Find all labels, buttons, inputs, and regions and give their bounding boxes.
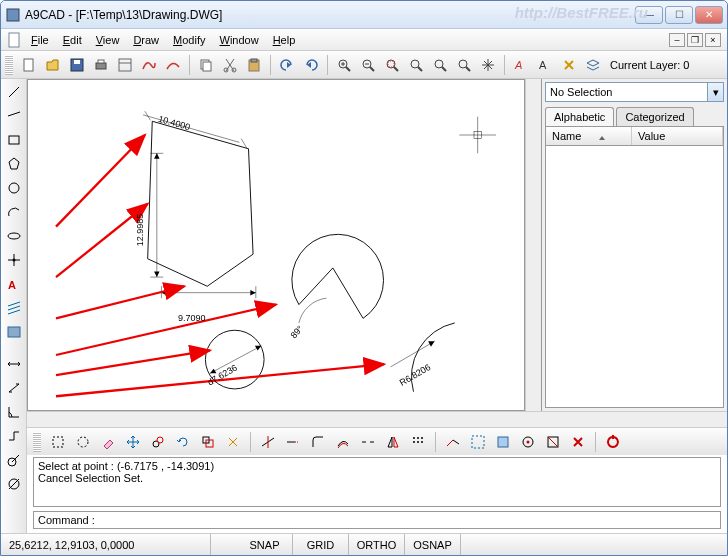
move-icon[interactable] — [122, 431, 144, 453]
zoom-in-icon[interactable] — [333, 54, 355, 76]
text-tool-icon[interactable]: A — [3, 273, 25, 295]
command-input[interactable]: Command : — [33, 511, 721, 529]
svg-rect-2 — [24, 59, 33, 71]
tab-categorized[interactable]: Categorized — [616, 107, 693, 126]
osnap-icon[interactable] — [602, 431, 624, 453]
paste-icon[interactable] — [243, 54, 265, 76]
zoom-window-icon[interactable] — [381, 54, 403, 76]
purge-icon[interactable] — [567, 431, 589, 453]
text-style-icon[interactable]: A — [510, 54, 532, 76]
dim-diameter-icon[interactable] — [3, 473, 25, 495]
redo-icon[interactable] — [300, 54, 322, 76]
circle-tool-icon[interactable] — [3, 177, 25, 199]
svg-point-93 — [527, 440, 530, 443]
tab-alphabetic[interactable]: Alphabetic — [545, 107, 614, 126]
offset-icon[interactable] — [332, 431, 354, 453]
break-icon[interactable] — [357, 431, 379, 453]
array-icon[interactable] — [407, 431, 429, 453]
canvas-hscroll[interactable] — [27, 411, 727, 427]
menu-edit[interactable]: Edit — [63, 34, 82, 46]
select-circle-icon[interactable] — [72, 431, 94, 453]
statusbar: 25,6212, 12,9103, 0,0000 SNAP GRID ORTHO… — [1, 533, 727, 555]
copy-obj-icon[interactable] — [147, 431, 169, 453]
mirror-icon[interactable] — [382, 431, 404, 453]
explode-icon[interactable] — [222, 431, 244, 453]
status-ortho[interactable]: ORTHO — [349, 534, 405, 555]
chevron-down-icon[interactable]: ▾ — [707, 83, 723, 101]
toolbar-grip[interactable] — [5, 55, 13, 75]
arc-tool-icon[interactable] — [3, 201, 25, 223]
options-icon[interactable] — [558, 54, 580, 76]
join-icon[interactable] — [442, 431, 464, 453]
svg-point-11 — [224, 68, 228, 72]
canvas-vscroll[interactable] — [525, 79, 541, 411]
polyline-tool-icon[interactable] — [138, 54, 160, 76]
rotate-icon[interactable] — [172, 431, 194, 453]
dimension-style-icon[interactable]: A — [534, 54, 556, 76]
mdi-minimize-button[interactable]: – — [669, 33, 685, 47]
point-tool-icon[interactable] — [3, 249, 25, 271]
trim-icon[interactable] — [257, 431, 279, 453]
line-tool-icon[interactable] — [3, 81, 25, 103]
hatch-tool-icon[interactable] — [3, 297, 25, 319]
svg-line-20 — [370, 67, 374, 71]
zoom-extents-icon[interactable] — [405, 54, 427, 76]
block-icon[interactable] — [492, 431, 514, 453]
dim-aligned-icon[interactable] — [3, 377, 25, 399]
open-file-icon[interactable] — [42, 54, 64, 76]
svg-point-82 — [413, 437, 415, 439]
erase-icon[interactable] — [97, 431, 119, 453]
polygon-tool-icon[interactable] — [3, 153, 25, 175]
select-rect-icon[interactable] — [47, 431, 69, 453]
dim-angular-icon[interactable] — [3, 401, 25, 423]
toolbar-grip[interactable] — [33, 432, 41, 452]
svg-line-34 — [8, 112, 20, 116]
save-icon[interactable] — [66, 54, 88, 76]
ellipse-tool-icon[interactable] — [3, 225, 25, 247]
new-file-icon[interactable] — [18, 54, 40, 76]
cut-icon[interactable] — [219, 54, 241, 76]
svg-line-89 — [453, 440, 459, 444]
zoom-out-icon[interactable] — [357, 54, 379, 76]
copy-icon[interactable] — [195, 54, 217, 76]
fillet-icon[interactable] — [307, 431, 329, 453]
mdi-close-button[interactable]: × — [705, 33, 721, 47]
close-button[interactable]: ✕ — [695, 6, 723, 24]
status-snap[interactable]: SNAP — [237, 534, 293, 555]
zoom-previous-icon[interactable] — [453, 54, 475, 76]
menu-modify[interactable]: Modify — [173, 34, 205, 46]
spline-tool-icon[interactable] — [162, 54, 184, 76]
dim-linear-icon[interactable] — [3, 353, 25, 375]
properties-icon[interactable] — [114, 54, 136, 76]
menu-file[interactable]: File — [31, 34, 49, 46]
scale-icon[interactable] — [197, 431, 219, 453]
menu-draw[interactable]: Draw — [133, 34, 159, 46]
rectangle-tool-icon[interactable] — [3, 129, 25, 151]
col-name[interactable]: Name — [546, 127, 632, 145]
svg-point-86 — [417, 441, 419, 443]
zoom-realtime-icon[interactable] — [429, 54, 451, 76]
ray-tool-icon[interactable] — [3, 105, 25, 127]
menu-window[interactable]: Window — [219, 34, 258, 46]
print-icon[interactable] — [90, 54, 112, 76]
match-props-icon[interactable] — [542, 431, 564, 453]
mdi-restore-button[interactable]: ❐ — [687, 33, 703, 47]
undo-icon[interactable] — [276, 54, 298, 76]
layers-icon[interactable] — [582, 54, 604, 76]
dim-ordinate-icon[interactable] — [3, 425, 25, 447]
pan-icon[interactable] — [477, 54, 499, 76]
extend-icon[interactable] — [282, 431, 304, 453]
menu-view[interactable]: View — [96, 34, 120, 46]
drawing-canvas[interactable]: 10.4000 12.9985 9.7090 d7.6236 R6.8206 8… — [27, 79, 525, 411]
maximize-button[interactable]: ☐ — [665, 6, 693, 24]
col-value[interactable]: Value — [632, 127, 723, 145]
properties-table-header: Name Value — [545, 126, 724, 146]
image-tool-icon[interactable] — [3, 321, 25, 343]
insert-icon[interactable] — [517, 431, 539, 453]
status-grid[interactable]: GRID — [293, 534, 349, 555]
dim-radius-icon[interactable] — [3, 449, 25, 471]
selection-combo[interactable]: No Selection ▾ — [545, 82, 724, 102]
menu-help[interactable]: Help — [273, 34, 296, 46]
group-icon[interactable] — [467, 431, 489, 453]
status-osnap[interactable]: OSNAP — [405, 534, 461, 555]
